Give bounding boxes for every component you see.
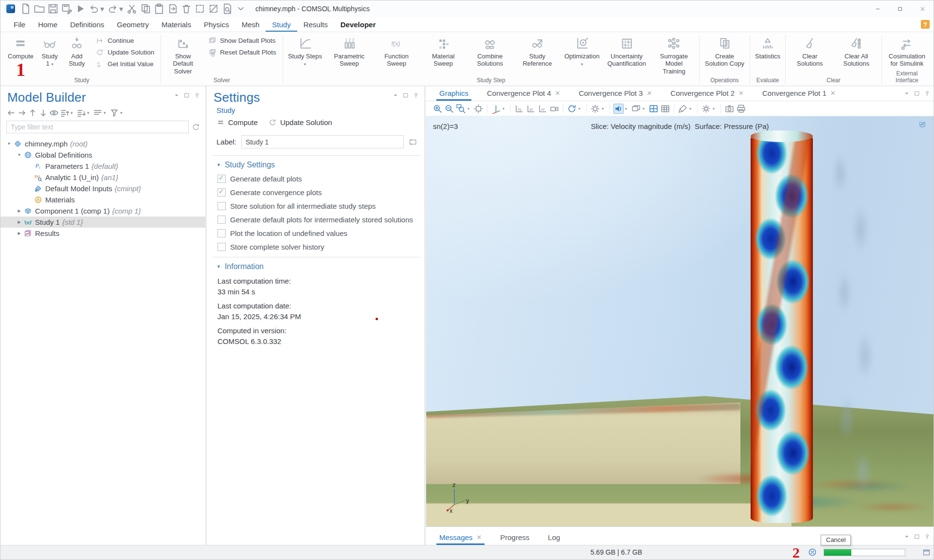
projection-button[interactable] <box>549 104 559 114</box>
ribbon-button-statistics[interactable]: Statistics <box>752 33 784 76</box>
sound-button[interactable] <box>613 104 624 114</box>
minimize-button[interactable] <box>866 0 889 17</box>
panel-float-button[interactable] <box>402 92 409 99</box>
view-xy-button[interactable]: xy <box>514 104 524 114</box>
dropdown-caret-icon[interactable]: ▾ <box>87 110 92 115</box>
ribbon-button-clear-all-solutions[interactable]: Clear All Solutions <box>833 33 880 76</box>
open-button[interactable] <box>34 3 45 15</box>
ribbon-button-get-initial-value[interactable]: UGet Initial Value <box>93 59 157 69</box>
panel-float-button[interactable] <box>914 533 920 540</box>
zoom-in-button[interactable] <box>432 104 443 114</box>
select-box-button[interactable] <box>194 3 206 15</box>
node-text-button[interactable] <box>93 108 103 118</box>
panel-menu-button[interactable] <box>903 533 910 540</box>
tree-node-global-definitions[interactable]: ▼Global Definitions <box>0 149 205 161</box>
tree-node-study-1[interactable]: ▶Study 1{std 1} <box>0 217 205 228</box>
dropdown-caret-icon[interactable]: ▾ <box>578 107 583 111</box>
refresh-icon[interactable] <box>192 123 200 131</box>
graphics-viewport[interactable]: sn(2)=3 Slice: Velocity magnitude (m/s) … <box>426 116 934 526</box>
menu-item-home[interactable]: Home <box>32 17 64 32</box>
plot-grid-button[interactable] <box>648 104 659 114</box>
menu-item-definitions[interactable]: Definitions <box>64 17 110 32</box>
ribbon-button-combine-solutions[interactable]: Combine Solutions <box>467 33 514 76</box>
panel-pin-button[interactable] <box>194 92 200 99</box>
ribbon-button-optimization[interactable]: Optimization ▾ <box>561 33 603 76</box>
help-icon[interactable]: ? <box>921 20 930 29</box>
new-file-button[interactable] <box>20 3 32 15</box>
cut-button[interactable] <box>126 3 138 15</box>
filter-button[interactable] <box>109 108 119 118</box>
settings-action-update-solution[interactable]: Update Solution <box>269 118 332 126</box>
ribbon-button-uncertainty-quantification[interactable]: Uncertainty Quantification <box>603 33 650 76</box>
paste-button[interactable] <box>153 3 165 15</box>
tree-node-parameters-1[interactable]: PiParameters 1{default} <box>0 161 205 172</box>
panel-float-button[interactable] <box>914 90 920 97</box>
ribbon-button-parametric-sweep[interactable]: 1 2 3Parametric Sweep <box>325 33 373 76</box>
dropdown-caret-icon[interactable]: ▾ <box>120 110 125 115</box>
settings-action-compute[interactable]: Compute <box>216 118 258 126</box>
rotate-button[interactable] <box>567 104 577 114</box>
ribbon-button-cosimulation-for-simulink[interactable]: Cosimulation for Simulink <box>883 33 931 70</box>
ribbon-button-reset-default-plots[interactable]: Reset Default Plots <box>205 48 279 57</box>
zoom-out-button[interactable] <box>444 104 454 114</box>
undo-button[interactable] <box>88 3 100 15</box>
checkbox-plot-the-location-of-undefined-values[interactable] <box>217 229 226 237</box>
ribbon-button-create-solution-copy[interactable]: Create Solution Copy <box>701 33 748 76</box>
tab-progress[interactable]: Progress <box>495 533 534 545</box>
panel-float-button[interactable] <box>183 92 190 99</box>
maximize-button[interactable] <box>889 0 911 17</box>
dropdown-caret-icon[interactable]: ▾ <box>100 4 105 14</box>
section-header-study-settings[interactable]: ▼Study Settings <box>216 161 416 169</box>
view-xz-button[interactable]: xz <box>538 104 548 114</box>
table-button[interactable] <box>660 104 670 114</box>
menu-item-materials[interactable]: Materials <box>155 17 198 32</box>
label-input[interactable] <box>241 135 404 148</box>
forward-button[interactable] <box>17 108 27 118</box>
zoom-box-button[interactable] <box>456 104 466 114</box>
save-as-button[interactable] <box>61 3 72 15</box>
zoom-extents-button[interactable] <box>473 104 484 114</box>
close-tab-icon[interactable]: ✕ <box>555 90 560 97</box>
panel-menu-button[interactable] <box>903 90 910 97</box>
ribbon-button-study-reference[interactable]: Study Reference <box>514 33 561 76</box>
panel-pin-button[interactable] <box>924 533 931 540</box>
ribbon-button-surrogate-model-training[interactable]: Surrogate Model Training <box>650 33 698 76</box>
tab-log[interactable]: Log <box>543 533 565 545</box>
redo-button[interactable] <box>107 3 119 15</box>
dropdown-caret-icon[interactable]: ▾ <box>689 107 694 111</box>
close-tab-icon[interactable]: ✕ <box>647 90 652 97</box>
menu-item-geometry[interactable]: Geometry <box>110 17 155 32</box>
dropdown-caret-icon[interactable]: ▾ <box>119 4 124 14</box>
dropdown-caret-icon[interactable]: ▾ <box>503 107 507 111</box>
menu-item-physics[interactable]: Physics <box>198 17 235 32</box>
copy-button[interactable] <box>140 3 151 15</box>
checkbox-generate-convergence-plots[interactable] <box>217 188 226 197</box>
ribbon-button-add-study[interactable]: Add Study <box>63 33 91 76</box>
ribbon-button-study-steps[interactable]: Study Steps ▾ <box>285 33 326 76</box>
move-down-button[interactable] <box>38 108 48 118</box>
close-tab-icon[interactable]: ✕ <box>476 534 482 541</box>
settings-button[interactable] <box>701 104 711 114</box>
dropdown-caret-icon[interactable]: ▾ <box>625 107 629 111</box>
menu-item-mesh[interactable]: Mesh <box>235 17 266 32</box>
dropdown-caret-icon[interactable]: ▾ <box>643 107 647 111</box>
section-header-information[interactable]: ▼Information <box>216 262 416 271</box>
ribbon-button-material-sweep[interactable]: Material Sweep <box>420 33 467 76</box>
filter-input[interactable] <box>6 121 189 133</box>
rename-icon[interactable] <box>409 137 417 147</box>
checkbox-generate-default-plots-for-intermediately-stored-solutions[interactable] <box>217 216 226 224</box>
dropdown-caret-icon[interactable]: ▾ <box>467 107 472 111</box>
checkbox-store-complete-solver-history[interactable] <box>217 243 226 251</box>
default-view-button[interactable] <box>491 104 501 114</box>
delete-button[interactable] <box>180 3 192 15</box>
tree-node-materials[interactable]: Materials <box>0 194 205 205</box>
menu-item-results[interactable]: Results <box>297 17 334 32</box>
save-button[interactable] <box>47 3 59 15</box>
close-tab-icon[interactable]: ✕ <box>738 90 744 97</box>
tree-node-chimney-mph[interactable]: ▼chimney.mph(root) <box>0 138 205 149</box>
panel-pin-button[interactable] <box>413 92 419 99</box>
move-up-button[interactable] <box>28 108 37 118</box>
tree-caret-icon[interactable]: ▼ <box>5 142 13 146</box>
back-button[interactable] <box>6 108 16 118</box>
dropdown-caret-icon[interactable]: ▾ <box>602 107 606 111</box>
